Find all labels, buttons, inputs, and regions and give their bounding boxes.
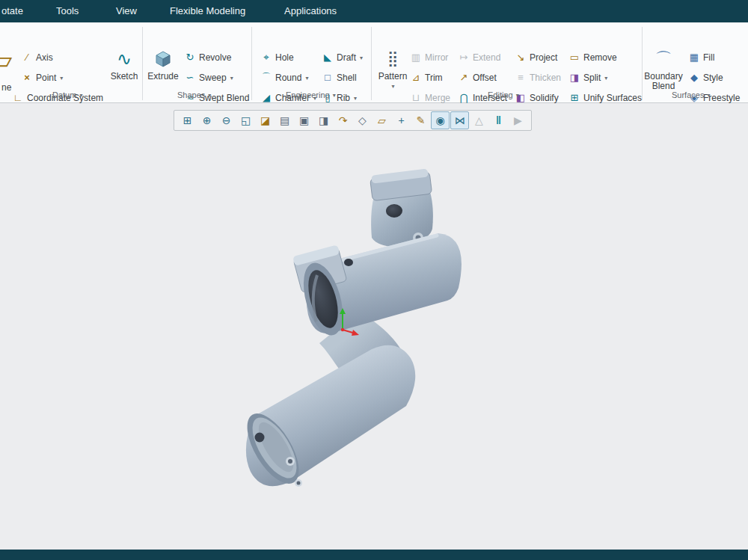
menu-tab-annotate-partial[interactable]: otate [1,0,23,22]
chevron-down-icon: ▾ [79,92,82,99]
datum-display-icon[interactable]: + [392,111,411,129]
annotation-display-icon[interactable]: ✎ [411,111,430,129]
hole-icon: ⌖ [260,52,272,64]
extrude-icon [153,47,173,70]
image-export-icon[interactable]: ◨ [314,111,333,129]
section-icon[interactable]: ▱ [373,111,391,129]
sketch-button[interactable]: ∿ Sketch [109,47,139,81]
sweep-icon: ∽ [184,72,196,84]
step-icon: ▶ [509,111,527,129]
split-label: Split [583,73,601,83]
chevron-down-icon: ▾ [604,75,607,81]
extrude-button[interactable]: Extrude [147,47,180,81]
rib-label: Rib [337,93,350,103]
plane-icon[interactable]: ▱ [0,45,12,75]
zoom-out-icon[interactable]: ⊖ [217,111,236,129]
mirror-icon: ▥ [410,52,422,64]
group-separator [371,27,372,100]
group-label-text: Engineering [286,90,330,99]
project-icon: ↘ [515,52,527,64]
creo-window: otate Tools View Flexible Modeling Appli… [0,0,748,560]
revolve-button[interactable]: ↻ Revolve [184,50,231,65]
merge-label: Merge [425,93,450,103]
split-icon: ◨ [568,72,580,84]
round-icon: ⌒ [260,72,272,84]
revolve-icon: ↻ [184,52,196,64]
chamfer-icon: ◢ [260,92,272,104]
unify-surfaces-icon: ⊞ [568,92,580,104]
chevron-down-icon: ▾ [354,95,357,102]
style-button[interactable]: ◆ Style [688,70,723,85]
chevron-down-icon: ▾ [60,75,63,81]
orientation-icon[interactable]: ⋈ [450,111,469,129]
pattern-icon: ⣿ [387,47,399,70]
axis-button[interactable]: ⁄ Axis [21,50,53,65]
status-bar [0,550,748,560]
group-label-text: Datum [52,90,76,99]
repaint-icon[interactable]: ◪ [256,111,275,129]
trim-label: Trim [425,73,443,83]
fill-label: Fill [703,52,714,63]
shell-label: Shell [337,73,357,83]
fill-icon: ▦ [688,52,700,64]
pause-icon[interactable]: ‖ [489,111,508,129]
project-button[interactable]: ↘ Project [515,50,557,65]
zoom-region-icon[interactable]: ⊞ [178,111,197,129]
graphics-area[interactable] [0,103,748,550]
shell-button[interactable]: □ Shell [322,70,357,85]
display-style-icon[interactable]: ◇ [353,111,372,129]
point-button[interactable]: × Point ▾ [21,70,63,85]
thicken-label: Thicken [530,73,561,83]
menu-tab-flexible-modeling[interactable]: Flexible Modeling [170,0,245,22]
chevron-down-icon: ▾ [391,81,394,91]
round-button[interactable]: ⌒ Round ▾ [260,70,308,85]
hole-button[interactable]: ⌖ Hole [260,50,294,65]
pattern-button[interactable]: ⣿ Pattern ▾ [377,47,408,91]
mirror-button: ▥ Mirror [410,50,448,65]
group-label-text: Shapes [177,90,205,99]
model-3d-part[interactable] [0,103,748,550]
offset-label: Offset [473,73,497,83]
split-button[interactable]: ◨ Split ▾ [568,70,607,85]
menu-tab-applications[interactable]: Applications [284,0,337,22]
style-label: Style [703,73,723,83]
datum-group-label[interactable]: Datum ▾ [52,90,82,100]
trim-button[interactable]: ⊿ Trim [410,70,443,85]
draft-button[interactable]: ◣ Draft ▾ [322,50,363,65]
boundary-blend-icon: ⌒ [655,47,672,70]
revolve-label: Revolve [199,52,231,63]
group-separator [251,27,252,100]
menu-tab-tools[interactable]: Tools [56,0,79,22]
surfaces-group-label[interactable]: Surfaces ▾ [672,90,710,100]
sweep-label: Sweep [199,73,227,83]
sweep-button[interactable]: ∽ Sweep ▾ [184,70,233,85]
hole-label: Hole [275,52,294,63]
boundary-blend-button[interactable]: ⌒ Boundary Blend [645,47,682,91]
arrow-tool-icon[interactable]: ↷ [334,111,352,129]
editing-group-label[interactable]: Editing ▾ [488,90,519,100]
point-icon: × [21,72,33,84]
spin-center-icon[interactable]: ◉ [431,111,450,129]
offset-button[interactable]: ↗ Offset [458,70,497,85]
draft-label: Draft [337,52,356,63]
group-separator [642,27,643,100]
menu-tab-view[interactable]: View [116,0,137,22]
plane-button-label-partial[interactable]: ne [1,82,11,93]
remove-button[interactable]: ▭ Remove [568,50,617,65]
clipping-icon[interactable]: ▤ [275,111,294,129]
engineering-group-label[interactable]: Engineering ▾ [286,90,336,100]
intersect-icon: ⋂ [458,92,470,104]
shapes-group-label[interactable]: Shapes ▾ [177,90,211,100]
coordinate-system-icon: ∟ [12,92,24,104]
thicken-icon: ≡ [515,72,527,84]
axis-label: Axis [36,52,53,63]
refit-icon[interactable]: ◱ [236,111,255,129]
thicken-button: ≡ Thicken [515,70,561,85]
extrude-label: Extrude [147,72,178,81]
chevron-down-icon: ▾ [333,92,336,99]
zoom-in-icon[interactable]: ⊕ [197,111,216,129]
fill-button[interactable]: ▦ Fill [688,50,714,65]
chevron-down-icon: ▾ [305,75,308,81]
capture-icon[interactable]: ▣ [295,111,313,129]
pattern-label: Pattern [378,72,408,81]
